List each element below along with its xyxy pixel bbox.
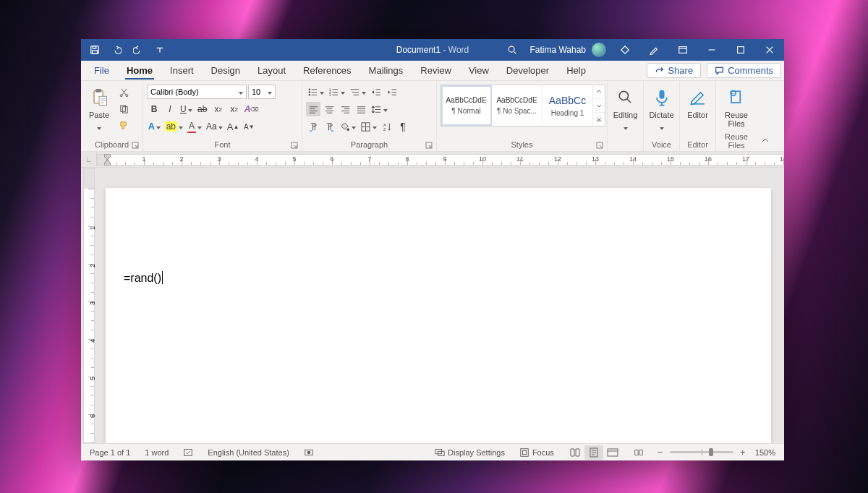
search-icon[interactable]	[501, 39, 524, 61]
vertical-ruler[interactable]: 123456	[81, 168, 97, 443]
sort-button[interactable]: AZ	[380, 119, 394, 134]
share-button[interactable]: Share	[647, 63, 701, 78]
display-settings-button[interactable]: Display Settings	[432, 444, 508, 460]
tab-home[interactable]: Home	[118, 61, 161, 80]
format-painter-icon[interactable]	[116, 118, 131, 132]
tab-insert[interactable]: Insert	[161, 61, 203, 80]
zoom-in-button[interactable]: +	[738, 447, 748, 458]
font-name-select[interactable]: Calibri (Body)	[147, 85, 247, 99]
paragraph-dialog-icon[interactable]	[425, 142, 433, 149]
shading-button[interactable]	[338, 119, 357, 134]
gallery-up-icon[interactable]	[593, 85, 605, 99]
text-effects-button[interactable]: A	[147, 119, 162, 134]
spellcheck-icon[interactable]	[180, 444, 196, 460]
zoom-level[interactable]: 150%	[752, 448, 778, 457]
ribbon-display-icon[interactable]	[668, 39, 697, 61]
user-name[interactable]: Fatima Wahab	[524, 45, 592, 55]
numbering-button[interactable]: 123	[327, 85, 346, 99]
change-case-button[interactable]: Aa	[205, 119, 224, 134]
decrease-indent-button[interactable]	[369, 85, 383, 99]
redo-icon[interactable]	[127, 39, 149, 61]
zoom-controls-icon[interactable]	[631, 444, 647, 460]
font-size-select[interactable]: 10	[248, 85, 276, 99]
multilevel-button[interactable]	[348, 85, 367, 99]
tab-file[interactable]: File	[85, 61, 118, 80]
close-button[interactable]	[755, 39, 784, 61]
rtl-button[interactable]	[322, 119, 336, 134]
read-mode-icon[interactable]	[566, 445, 584, 460]
web-layout-icon[interactable]	[603, 445, 622, 460]
editing-button[interactable]: Editing	[611, 85, 639, 135]
borders-button[interactable]	[359, 119, 378, 134]
clear-format-icon[interactable]: A⌫	[243, 102, 260, 116]
grow-font-button[interactable]: A▲	[226, 119, 241, 134]
styles-dialog-icon[interactable]	[596, 142, 603, 149]
copy-icon[interactable]	[116, 101, 131, 116]
collapse-ribbon-icon[interactable]	[757, 81, 774, 151]
shrink-font-button[interactable]: A▼	[242, 119, 256, 134]
ltr-button[interactable]	[306, 119, 320, 134]
macro-record-icon[interactable]	[301, 444, 317, 460]
align-left-button[interactable]	[306, 102, 320, 116]
horizontal-ruler[interactable]: ∟ 123456789101112131415161718	[81, 152, 784, 168]
align-right-button[interactable]	[338, 102, 352, 116]
zoom-slider[interactable]	[670, 451, 733, 453]
tab-references[interactable]: References	[294, 61, 359, 80]
bold-button[interactable]: B	[147, 102, 161, 116]
font-color-button[interactable]: A	[186, 119, 203, 134]
tab-developer[interactable]: Developer	[498, 61, 558, 80]
cut-icon[interactable]	[116, 85, 131, 99]
justify-button[interactable]	[354, 102, 368, 116]
page-viewport[interactable]: =rand()	[97, 168, 784, 443]
gallery-expand-icon[interactable]	[593, 113, 605, 126]
comments-button[interactable]: Comments	[707, 63, 781, 78]
bullets-button[interactable]	[306, 85, 326, 99]
dictate-button[interactable]: Dictate	[647, 85, 676, 135]
page[interactable]: =rand()	[106, 188, 771, 443]
tab-design[interactable]: Design	[203, 61, 249, 80]
font-dialog-icon[interactable]	[291, 142, 298, 149]
undo-icon[interactable]	[106, 39, 127, 61]
language-status[interactable]: English (United States)	[205, 444, 292, 460]
reuse-files-button[interactable]: Reuse Files	[720, 85, 752, 131]
show-marks-button[interactable]: ¶	[396, 119, 410, 134]
minimize-button[interactable]	[697, 39, 726, 61]
qat-customize-icon[interactable]	[149, 39, 171, 61]
focus-button[interactable]: Focus	[516, 444, 557, 460]
style-heading1[interactable]: AaBbCc Heading 1	[542, 85, 593, 126]
maximize-button[interactable]	[726, 39, 755, 61]
tab-view[interactable]: View	[460, 61, 498, 80]
zoom-out-button[interactable]: −	[655, 447, 665, 458]
title-bar: Document1 - Word Fatima Wahab	[81, 39, 784, 61]
tab-mailings[interactable]: Mailings	[360, 61, 412, 80]
subscript-button[interactable]: x2	[211, 102, 226, 116]
style-normal[interactable]: AaBbCcDdE ¶ Normal	[441, 85, 492, 126]
diamond-icon[interactable]	[610, 39, 639, 61]
increase-indent-button[interactable]	[385, 85, 399, 99]
underline-button[interactable]: U	[179, 102, 194, 116]
tab-layout[interactable]: Layout	[249, 61, 294, 80]
paste-button[interactable]: Paste	[85, 85, 114, 135]
svg-rect-41	[639, 450, 642, 455]
document-text[interactable]: =rand()	[124, 271, 163, 285]
strikethrough-button[interactable]: ab	[195, 102, 210, 116]
style-no-spacing[interactable]: AaBbCcDdE ¶ No Spac...	[492, 85, 542, 126]
hanging-indent-icon[interactable]	[104, 160, 111, 166]
highlight-button[interactable]: ab	[163, 119, 184, 134]
word-count-status[interactable]: 1 word	[142, 444, 171, 460]
gallery-down-icon[interactable]	[593, 99, 605, 113]
superscript-button[interactable]: x2	[227, 102, 242, 116]
line-spacing-button[interactable]	[370, 102, 389, 116]
align-center-button[interactable]	[322, 102, 336, 116]
tab-review[interactable]: Review	[412, 61, 460, 80]
first-line-indent-icon[interactable]	[104, 154, 111, 160]
user-avatar-icon[interactable]	[592, 43, 606, 57]
save-icon[interactable]	[84, 39, 106, 61]
tab-help[interactable]: Help	[558, 61, 595, 80]
page-number-status[interactable]: Page 1 of 1	[87, 444, 133, 460]
clipboard-dialog-icon[interactable]	[132, 142, 139, 149]
editor-button[interactable]: Editor	[684, 85, 712, 122]
italic-button[interactable]: I	[163, 102, 177, 116]
print-layout-icon[interactable]	[584, 445, 603, 460]
pen-icon[interactable]	[639, 39, 668, 61]
